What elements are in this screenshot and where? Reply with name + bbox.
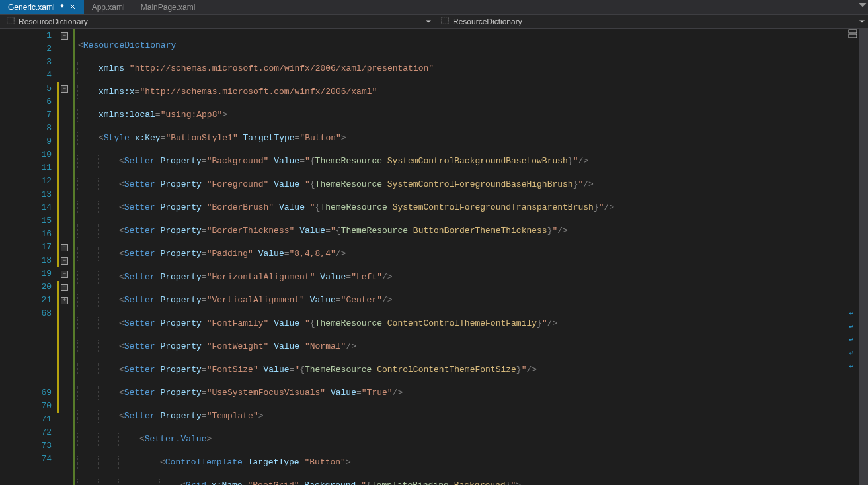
chevron-down-icon[interactable] <box>859 17 865 26</box>
svg-rect-0 <box>7 17 15 24</box>
tab-generic-xaml[interactable]: Generic.xaml <box>0 0 84 14</box>
pin-icon[interactable] <box>59 3 65 12</box>
fold-toggle[interactable]: − <box>61 32 68 40</box>
tab-bar: Generic.xaml App.xaml MainPage.xaml <box>0 0 868 15</box>
close-icon[interactable] <box>69 3 76 12</box>
tab-label: Generic.xaml <box>8 3 55 12</box>
svg-rect-2 <box>849 30 857 33</box>
tab-overflow-dropdown[interactable] <box>859 1 867 9</box>
word-wrap-icon: ↩ <box>849 362 853 371</box>
split-editor-icon[interactable] <box>848 29 857 38</box>
tab-app-xaml[interactable]: App.xaml <box>84 0 133 14</box>
fold-toggle[interactable]: − <box>61 284 68 291</box>
fold-toggle[interactable]: − <box>61 244 68 251</box>
tab-label: MainPage.xaml <box>141 3 196 12</box>
namespace-icon <box>7 17 15 26</box>
word-wrap-icon: ↩ <box>849 335 853 344</box>
code-editor[interactable]: <ResourceDictionary xmlns="http://schema… <box>75 29 868 485</box>
tab-label: App.xaml <box>92 3 125 12</box>
word-wrap-icon: ↩ <box>849 349 853 357</box>
line-number-gutter: 1 2 3 4 5 6 7 8 9 10 11 12 13 14 15 16 1… <box>0 29 59 485</box>
word-wrap-icon: ↩ <box>849 309 853 318</box>
breadcrumb-label: ResourceDictionary <box>19 17 88 26</box>
tab-mainpage-xaml[interactable]: MainPage.xaml <box>133 0 204 14</box>
chevron-down-icon[interactable] <box>426 17 431 26</box>
vertical-scrollbar[interactable] <box>859 29 868 485</box>
fold-column: − − − − − − + <box>59 29 73 485</box>
fold-toggle[interactable]: − <box>61 271 68 278</box>
fold-toggle[interactable]: − <box>61 257 68 265</box>
fold-toggle[interactable]: − <box>61 85 68 93</box>
fold-toggle[interactable]: + <box>61 297 68 304</box>
breadcrumb-right[interactable]: ResourceDictionary <box>434 15 868 28</box>
svg-rect-1 <box>442 17 449 24</box>
breadcrumb-left[interactable]: ResourceDictionary <box>0 15 434 28</box>
editor-area: 1 2 3 4 5 6 7 8 9 10 11 12 13 14 15 16 1… <box>0 29 868 485</box>
word-wrap-icon: ↩ <box>849 322 853 331</box>
svg-rect-3 <box>849 34 857 38</box>
breadcrumb-label: ResourceDictionary <box>453 17 522 26</box>
breadcrumb-bar: ResourceDictionary ResourceDictionary <box>0 15 868 29</box>
namespace-icon <box>441 17 449 26</box>
